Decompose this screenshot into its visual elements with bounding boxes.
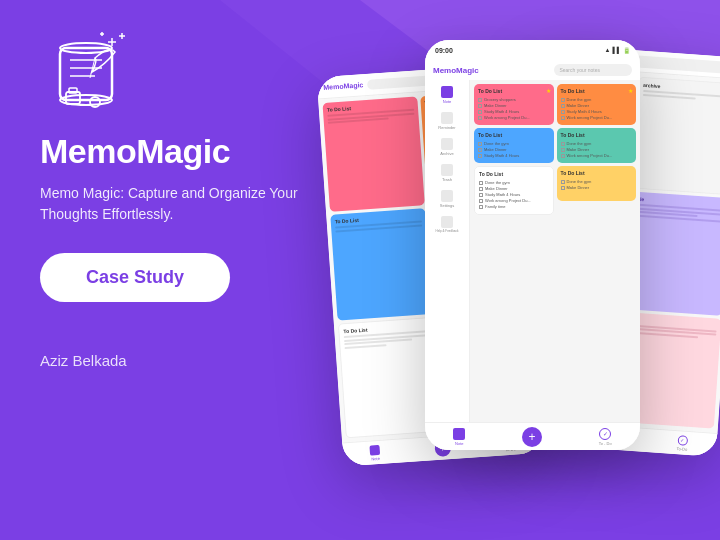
reminder-icon xyxy=(441,112,453,124)
svg-rect-14 xyxy=(69,88,77,93)
sidebar-note-label: Note xyxy=(443,99,451,104)
phone-search-bar[interactable]: Search your notes xyxy=(554,64,632,76)
note-card-green[interactable]: To Do List Done the gym Make Dinner Work… xyxy=(557,128,637,163)
sidebar-reminder-label: Reminder xyxy=(438,125,455,130)
note-card-yellow[interactable]: To Do List Done the gym Make Dinner xyxy=(557,166,637,201)
bottom-note-label: Note xyxy=(455,441,463,446)
todo-tab-icon: ✓ xyxy=(599,428,611,440)
note-card-wrapper: To Do List Grocery shoppers Make Dinner … xyxy=(474,84,554,125)
note-card-wrapper: To Do List Done the gym Make Dinner Stud… xyxy=(557,84,637,125)
note-card-white[interactable]: To Do List Done the gym Make Dinner Stud… xyxy=(474,166,554,215)
note-card-orange[interactable]: To Do List Done the gym Make Dinner Stud… xyxy=(557,84,637,125)
app-tagline: Memo Magic: Capture and Organize Your Th… xyxy=(40,183,300,225)
note-card: To Do List xyxy=(322,97,424,213)
note-icon xyxy=(441,86,453,98)
note-card-wrapper: To Do List Done the gym Make Dinner Stud… xyxy=(474,128,554,163)
add-icon[interactable]: + xyxy=(522,427,542,447)
sidebar-archive-label: Archive xyxy=(440,151,453,156)
sidebar-settings-label: Settings xyxy=(440,203,454,208)
phone-notes-area: To Do List Grocery shoppers Make Dinner … xyxy=(470,80,640,422)
case-study-button[interactable]: Case Study xyxy=(40,253,230,302)
note-card: archive xyxy=(631,77,720,196)
left-panel: MemoMagic Memo Magic: Capture and Organi… xyxy=(40,30,300,369)
bottom-tab-todo[interactable]: ✓ To - Do xyxy=(599,428,612,446)
phone-back-left-title: MemoMagic xyxy=(323,81,363,91)
phone-status-bar: 09:00 ▲▌▌🔋 xyxy=(425,40,640,60)
bottom-todo-label: To - Do xyxy=(599,441,612,446)
phone-bottom-bar: Note + ✓ To - Do xyxy=(425,422,640,450)
app-logo-icon xyxy=(40,30,140,120)
sidebar-item-note[interactable]: Note xyxy=(425,86,469,104)
note-card-wrapper: To Do List Done the gym Make Dinner Work… xyxy=(557,128,637,163)
sidebar-item-help[interactable]: Help & Feedback xyxy=(425,216,469,233)
status-icons: ▲▌▌🔋 xyxy=(605,47,630,54)
phones-container: MemoMagic To Do List To Do List xyxy=(320,30,720,510)
author-name: Aziz Belkada xyxy=(40,352,300,369)
settings-icon xyxy=(441,190,453,202)
note-card-wrapper: To Do List Done the gym Make Dinner Stud… xyxy=(474,166,554,215)
sidebar-item-settings[interactable]: Settings xyxy=(425,190,469,208)
phone-header: MemoMagic Search your notes xyxy=(425,60,640,80)
sidebar-help-label: Help & Feedback xyxy=(435,229,458,233)
search-placeholder: Search your notes xyxy=(559,67,600,73)
help-icon xyxy=(441,216,453,228)
phone-sidebar: Note Reminder Archive Trash xyxy=(425,80,470,422)
sidebar-item-trash[interactable]: Trash xyxy=(425,164,469,182)
note-tab-icon xyxy=(453,428,465,440)
bottom-fab-add[interactable]: + xyxy=(522,427,542,447)
note-card-wrapper: To Do List Done the gym Make Dinner xyxy=(557,166,637,215)
phone-front: 09:00 ▲▌▌🔋 MemoMagic Search your notes xyxy=(425,40,640,450)
note-card-pink[interactable]: To Do List Grocery shoppers Make Dinner … xyxy=(474,84,554,125)
svg-rect-13 xyxy=(66,92,80,104)
note-card: To Do List xyxy=(330,209,432,321)
app-title: MemoMagic xyxy=(40,132,300,171)
background: MemoMagic Memo Magic: Capture and Organi… xyxy=(0,0,720,540)
star-icon: ★ xyxy=(628,87,633,94)
sidebar-trash-label: Trash xyxy=(442,177,452,182)
status-time: 09:00 xyxy=(435,47,453,54)
sidebar-item-archive[interactable]: Archive xyxy=(425,138,469,156)
sidebar-item-reminder[interactable]: Reminder xyxy=(425,112,469,130)
case-study-label: Case Study xyxy=(86,267,184,288)
phone-app-title: MemoMagic xyxy=(433,66,479,75)
bottom-tab-note[interactable]: Note xyxy=(453,428,465,446)
note-card-blue[interactable]: To Do List Done the gym Make Dinner Stud… xyxy=(474,128,554,163)
star-icon: ★ xyxy=(546,87,551,94)
archive-icon xyxy=(441,138,453,150)
trash-icon xyxy=(441,164,453,176)
